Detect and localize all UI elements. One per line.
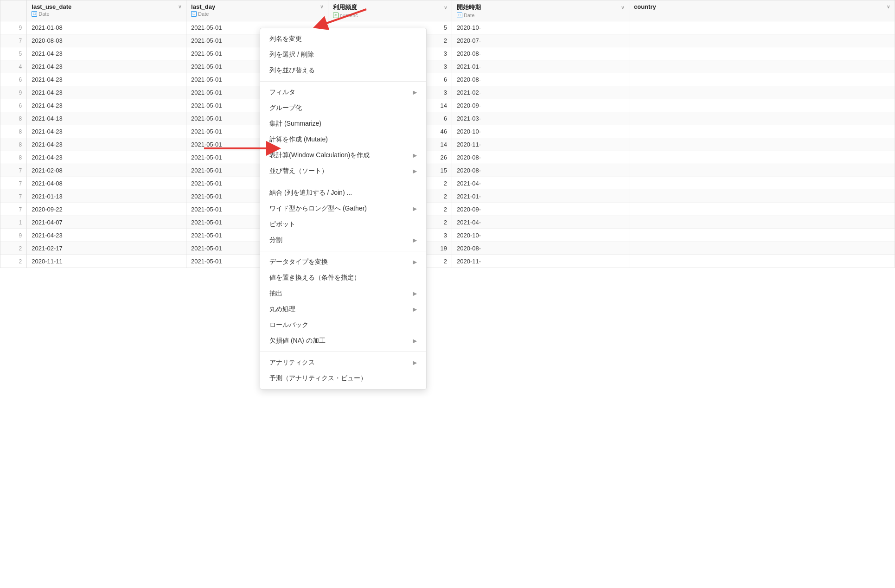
row-num: 5 xyxy=(0,47,27,60)
cell-start: 2020-10- xyxy=(452,21,629,34)
cell-last-use-date: 2021-04-23 xyxy=(27,99,186,112)
menu-item-summarize[interactable]: 集計 (Summarize) xyxy=(260,116,426,132)
menu-item-na[interactable]: 欠損値 (NA) の加工▶ xyxy=(260,333,426,349)
row-num: 7 xyxy=(0,177,27,190)
menu-item-label: 値を置き換える（条件を指定） xyxy=(269,274,360,282)
cell-last-use-date: 2021-01-13 xyxy=(27,190,186,203)
col-country-header[interactable]: country ∨ xyxy=(629,0,895,21)
row-num: 7 xyxy=(0,34,27,47)
col-start-type: □ Date xyxy=(457,13,624,18)
cell-country xyxy=(629,99,895,112)
table-row: 1 2021-04-07 2021-05-01 2 2021-04- xyxy=(0,216,895,229)
row-num: 9 xyxy=(0,229,27,242)
menu-item-label: ロールバック xyxy=(269,321,308,329)
col-last-day-header[interactable]: last_day ∨ □ Date xyxy=(186,0,328,21)
menu-item-label: 集計 (Summarize) xyxy=(269,120,321,128)
col-last-day-title: last_day xyxy=(191,3,215,10)
cell-country xyxy=(629,164,895,177)
cell-start: 2020-11- xyxy=(452,138,629,151)
cell-last-use-date: 2021-04-08 xyxy=(27,177,186,190)
menu-item-convert-type[interactable]: データタイプを変換▶ xyxy=(260,254,426,270)
row-num: 1 xyxy=(0,216,27,229)
col-last-day-type: □ Date xyxy=(191,11,323,17)
menu-submenu-arrow: ▶ xyxy=(413,359,417,366)
cell-last-use-date: 2021-02-17 xyxy=(27,242,186,255)
cell-last-use-date: 2021-04-23 xyxy=(27,151,186,164)
menu-submenu-arrow: ▶ xyxy=(413,290,417,297)
menu-item-label: 丸め処理 xyxy=(269,305,295,313)
menu-item-round[interactable]: 丸め処理▶ xyxy=(260,301,426,317)
menu-item-label: 表計算(Window Calculation)を作成 xyxy=(269,151,370,160)
cell-last-use-date: 2020-08-03 xyxy=(27,34,186,47)
menu-item-join[interactable]: 結合 (列を追加する / Join) ... xyxy=(260,185,426,201)
row-num: 7 xyxy=(0,164,27,177)
menu-item-window[interactable]: 表計算(Window Calculation)を作成▶ xyxy=(260,147,426,163)
date-icon-3: □ xyxy=(457,13,462,18)
cell-last-use-date: 2021-04-23 xyxy=(27,60,186,73)
menu-item-filter[interactable]: フィルタ▶ xyxy=(260,84,426,100)
menu-item-replace[interactable]: 値を置き換える（条件を指定） xyxy=(260,270,426,286)
row-num: 2 xyxy=(0,255,27,268)
cell-start: 2020-08- xyxy=(452,47,629,60)
menu-item-analytics[interactable]: アナリティクス▶ xyxy=(260,355,426,371)
menu-item-rename[interactable]: 列名を変更 xyxy=(260,31,426,47)
menu-item-label: 計算を作成 (Mutate) xyxy=(269,135,328,144)
menu-item-gather[interactable]: ワイド型からロング型へ (Gather)▶ xyxy=(260,201,426,217)
cell-start: 2021-04- xyxy=(452,177,629,190)
date-icon-2: □ xyxy=(191,11,197,17)
cell-start: 2021-04- xyxy=(452,216,629,229)
col-freq-header[interactable]: 利用頻度 ∨ # numeric xyxy=(328,0,452,21)
menu-item-sort[interactable]: 並び替え（ソート）▶ xyxy=(260,163,426,179)
cell-country xyxy=(629,86,895,99)
col-last-use-date-type: □ Date xyxy=(32,11,181,17)
cell-start: 2020-08- xyxy=(452,242,629,255)
table-row: 9 2021-01-08 2021-05-01 5 2020-10- xyxy=(0,21,895,34)
cell-start: 2020-10- xyxy=(452,229,629,242)
menu-item-label: 分割 xyxy=(269,236,282,244)
menu-item-label: アナリティクス xyxy=(269,358,315,367)
table-row: 6 2021-04-23 2021-05-01 6 2020-08- xyxy=(0,73,895,86)
cell-start: 2020-08- xyxy=(452,73,629,86)
menu-item-rollback[interactable]: ロールバック xyxy=(260,317,426,333)
col-start-header[interactable]: 開始時期 ∨ □ Date xyxy=(452,0,629,21)
cell-last-use-date: 2021-02-08 xyxy=(27,164,186,177)
table-header-row: last_use_date ∨ □ Date last_day ∨ xyxy=(0,0,895,21)
table-container: last_use_date ∨ □ Date last_day ∨ xyxy=(0,0,895,588)
menu-item-select-remove[interactable]: 列を選択 / 削除 xyxy=(260,47,426,63)
cell-country xyxy=(629,60,895,73)
menu-separator xyxy=(260,182,426,182)
menu-item-predict[interactable]: 予測（アナリティクス・ビュー） xyxy=(260,371,426,386)
menu-item-label: 列を選択 / 削除 xyxy=(269,51,314,59)
table-row: 8 2021-04-23 2021-05-01 14 2020-11- xyxy=(0,138,895,151)
menu-item-group[interactable]: グループ化 xyxy=(260,100,426,116)
cell-country xyxy=(629,255,895,268)
menu-item-label: 欠損値 (NA) の加工 xyxy=(269,337,326,345)
table-row: 8 2021-04-23 2021-05-01 26 2020-08- xyxy=(0,151,895,164)
cell-last-use-date: 2021-01-08 xyxy=(27,21,186,34)
table-row: 8 2021-04-13 2021-05-01 6 2021-03- xyxy=(0,112,895,125)
table-row: 9 2021-04-23 2021-05-01 3 2021-02- xyxy=(0,86,895,99)
table-body: 9 2021-01-08 2021-05-01 5 2020-10- 7 202… xyxy=(0,21,895,268)
col-last-use-date-header[interactable]: last_use_date ∨ □ Date xyxy=(27,0,186,21)
menu-item-split[interactable]: 分割▶ xyxy=(260,232,426,248)
cell-last-use-date: 2021-04-23 xyxy=(27,229,186,242)
table-row: 6 2021-04-23 2021-05-01 14 2020-09- xyxy=(0,99,895,112)
menu-submenu-arrow: ▶ xyxy=(413,152,417,159)
menu-item-label: 並び替え（ソート） xyxy=(269,167,328,175)
menu-item-mutate[interactable]: 計算を作成 (Mutate) xyxy=(260,132,426,147)
row-num: 7 xyxy=(0,203,27,216)
cell-last-use-date: 2021-04-23 xyxy=(27,47,186,60)
menu-item-sort-col[interactable]: 列を並び替える xyxy=(260,63,426,78)
cell-start: 2020-08- xyxy=(452,164,629,177)
cell-start: 2020-09- xyxy=(452,99,629,112)
data-table: last_use_date ∨ □ Date last_day ∨ xyxy=(0,0,895,268)
menu-item-label: 抽出 xyxy=(269,289,282,298)
cell-last-use-date: 2021-04-13 xyxy=(27,112,186,125)
menu-item-extract[interactable]: 抽出▶ xyxy=(260,286,426,301)
menu-separator xyxy=(260,251,426,251)
menu-item-pivot[interactable]: ピボット xyxy=(260,217,426,232)
col-freq-title: 利用頻度 xyxy=(333,3,357,12)
menu-submenu-arrow: ▶ xyxy=(413,168,417,174)
cell-country xyxy=(629,112,895,125)
table-row: 7 2020-09-22 2021-05-01 2 2020-09- xyxy=(0,203,895,216)
